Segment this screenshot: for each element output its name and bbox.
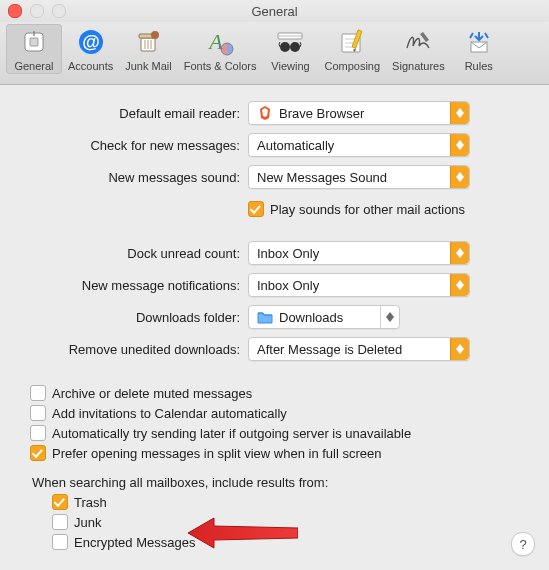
popup-value: New Messages Sound [257,170,387,185]
include-junk-checkbox[interactable] [52,514,68,530]
prefer-split-view-checkbox[interactable] [30,445,46,461]
general-settings-panel: Default email reader: Brave Browser [0,85,549,570]
popup-value: Automatically [257,138,334,153]
pencil-paper-icon [336,26,368,58]
tab-accounts[interactable]: @ Accounts [62,24,119,74]
auto-send-later-label: Automatically try sending later if outgo… [52,426,411,441]
remove-unedited-label: Remove unedited downloads: [30,342,248,357]
new-sound-label: New messages sound: [30,170,248,185]
search-include-heading: When searching all mailboxes, include re… [32,475,519,490]
rules-icon [463,26,495,58]
svg-marker-32 [456,253,464,258]
remove-unedited-popup[interactable]: After Message is Deleted [248,337,470,361]
titlebar: General [0,0,549,22]
notifications-popup[interactable]: Inbox Only [248,273,470,297]
chevron-up-down-icon [450,274,469,296]
svg-point-16 [290,42,300,52]
help-button[interactable]: ? [511,532,535,556]
default-reader-popup[interactable]: Brave Browser [248,101,470,125]
popup-value: Inbox Only [257,246,319,261]
dock-unread-popup[interactable]: Inbox Only [248,241,470,265]
chevron-up-down-icon [450,166,469,188]
switch-icon [18,26,50,58]
tab-label: Junk Mail [125,60,171,72]
tab-label: Rules [465,60,493,72]
archive-muted-checkbox[interactable] [30,385,46,401]
include-encrypted-label: Encrypted Messages [74,535,195,550]
tab-label: Viewing [271,60,309,72]
zoom-window-button[interactable] [52,4,66,18]
minimize-window-button[interactable] [30,4,44,18]
preferences-toolbar: General @ Accounts [0,22,549,85]
tab-label: Accounts [68,60,113,72]
tab-fonts-colors[interactable]: A Fonts & Colors [178,24,263,74]
svg-marker-36 [386,317,394,322]
check-messages-label: Check for new messages: [30,138,248,153]
svg-text:@: @ [82,32,100,52]
popup-value: Inbox Only [257,278,319,293]
popup-value: After Message is Deleted [257,342,402,357]
include-encrypted-checkbox[interactable] [52,534,68,550]
help-icon: ? [519,537,526,552]
chevron-up-down-icon [450,134,469,156]
tab-viewing[interactable]: Viewing [262,24,318,74]
svg-marker-38 [456,349,464,354]
svg-point-15 [280,42,290,52]
include-trash-label: Trash [74,495,107,510]
prefer-split-view-label: Prefer opening messages in split view wh… [52,446,382,461]
chevron-up-down-icon [450,102,469,124]
tab-composing[interactable]: Composing [318,24,386,74]
tab-junk-mail[interactable]: Junk Mail [119,24,177,74]
popup-value: Brave Browser [279,106,364,121]
chevron-up-down-icon [450,338,469,360]
tab-label: General [14,60,53,72]
tab-signatures[interactable]: Signatures [386,24,451,74]
brave-browser-icon [257,105,273,121]
svg-rect-1 [30,38,38,46]
notifications-label: New message notifications: [30,278,248,293]
folder-icon [257,309,273,325]
glasses-icon [274,26,306,58]
downloads-folder-popup[interactable]: Downloads [248,305,400,329]
new-sound-popup[interactable]: New Messages Sound [248,165,470,189]
include-trash-checkbox[interactable] [52,494,68,510]
add-invitations-checkbox[interactable] [30,405,46,421]
auto-send-later-checkbox[interactable] [30,425,46,441]
svg-marker-28 [456,145,464,150]
tab-label: Composing [324,60,380,72]
play-sounds-checkbox[interactable] [248,201,264,217]
svg-marker-26 [456,113,464,118]
downloads-folder-label: Downloads folder: [30,310,248,325]
svg-marker-30 [456,177,464,182]
window-title: General [0,4,549,19]
default-reader-label: Default email reader: [30,106,248,121]
add-invitations-label: Add invitations to Calendar automaticall… [52,406,287,421]
at-icon: @ [75,26,107,58]
check-messages-popup[interactable]: Automatically [248,133,470,157]
chevron-up-down-icon [450,242,469,264]
chevron-up-down-icon [380,306,399,328]
tab-label: Fonts & Colors [184,60,257,72]
svg-point-10 [151,31,159,39]
include-junk-label: Junk [74,515,101,530]
archive-muted-label: Archive or delete muted messages [52,386,252,401]
play-sounds-label: Play sounds for other mail actions [270,202,465,217]
svg-marker-34 [456,285,464,290]
tab-rules[interactable]: Rules [451,24,507,74]
fonts-colors-icon: A [204,26,236,58]
tab-general[interactable]: General [6,24,62,74]
tab-label: Signatures [392,60,445,72]
signature-icon [402,26,434,58]
trash-bin-icon [132,26,164,58]
popup-value: Downloads [279,310,343,325]
close-window-button[interactable] [8,4,22,18]
dock-unread-label: Dock unread count: [30,246,248,261]
